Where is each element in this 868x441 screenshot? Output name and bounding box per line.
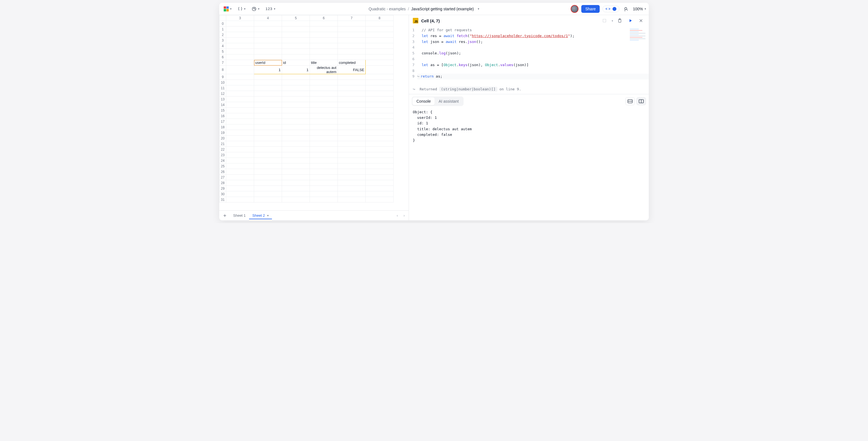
cell[interactable] [226,180,254,186]
cell[interactable] [338,147,366,152]
sheet-tab[interactable]: Sheet 1 [230,212,249,219]
cell[interactable]: completed [338,60,366,66]
cell[interactable] [366,54,394,60]
cell[interactable] [310,119,338,124]
cell[interactable] [310,21,338,27]
cell[interactable] [282,158,310,163]
cell[interactable] [226,74,254,80]
cell[interactable] [254,130,282,135]
row-header[interactable]: 18 [219,124,226,130]
cell[interactable] [366,186,394,191]
cell[interactable] [366,66,394,74]
share-button[interactable]: Share [581,5,599,13]
cell[interactable] [226,96,254,102]
cell[interactable] [226,186,254,191]
cell[interactable] [282,186,310,191]
row-header[interactable]: 5 [219,49,226,54]
cell[interactable] [310,186,338,191]
cell[interactable] [282,38,310,43]
cell[interactable] [366,119,394,124]
cell[interactable] [226,54,254,60]
cell[interactable] [226,147,254,152]
row-header[interactable]: 3 [219,38,226,43]
cell[interactable] [310,135,338,141]
cell[interactable]: title [310,60,338,66]
row-header[interactable]: 31 [219,197,226,202]
cell[interactable] [366,27,394,32]
cell[interactable] [226,113,254,119]
row-header[interactable]: 24 [219,158,226,163]
cell[interactable] [366,175,394,180]
user-avatar[interactable] [571,5,579,13]
cell[interactable] [310,130,338,135]
cell[interactable] [366,169,394,175]
cell[interactable] [226,152,254,158]
code-editor[interactable]: 1 2 3 4 5 6 7 8 9 // API for get request… [409,26,649,85]
cell[interactable] [310,80,338,85]
cell[interactable]: delectus aut autem [310,66,338,74]
cell[interactable] [310,147,338,152]
cell[interactable] [254,158,282,163]
run-button[interactable] [626,17,634,25]
cell[interactable] [254,27,282,32]
row-header[interactable]: 10 [219,80,226,85]
cell[interactable] [338,43,366,49]
cell[interactable] [338,135,366,141]
row-header[interactable]: 28 [219,180,226,186]
cell[interactable] [254,152,282,158]
cell[interactable] [226,163,254,169]
cell[interactable] [310,74,338,80]
cell[interactable] [366,124,394,130]
sheet-prev-button[interactable]: ‹ [394,212,400,219]
cell[interactable] [282,175,310,180]
cell[interactable] [282,85,310,91]
cell[interactable] [254,43,282,49]
row-header[interactable]: 11 [219,85,226,91]
row-header[interactable]: 0 [219,21,226,27]
cell[interactable] [282,80,310,85]
cell[interactable] [226,102,254,108]
cell[interactable] [226,80,254,85]
cell[interactable] [366,43,394,49]
cell[interactable] [282,21,310,27]
add-sheet-button[interactable] [221,212,229,220]
tab-console[interactable]: Console [412,97,435,105]
cell[interactable] [338,175,366,180]
cell[interactable]: userId [254,60,282,66]
cell[interactable] [366,180,394,186]
cell[interactable] [282,147,310,152]
cell[interactable] [310,32,338,38]
cell[interactable] [226,197,254,202]
cell[interactable] [226,66,254,74]
cell[interactable] [226,60,254,66]
column-header[interactable]: 6 [310,15,338,21]
row-header[interactable]: 8 [219,66,226,74]
cell[interactable] [282,135,310,141]
cell[interactable] [338,27,366,32]
cell[interactable] [254,119,282,124]
cell[interactable] [338,119,366,124]
cell[interactable] [338,108,366,113]
cell[interactable] [282,124,310,130]
layout-vertical-button[interactable] [637,97,646,105]
row-header[interactable]: 6 [219,54,226,60]
cell[interactable] [254,54,282,60]
cell[interactable] [254,21,282,27]
cell[interactable] [254,96,282,102]
cell[interactable] [254,197,282,202]
cell[interactable] [338,163,366,169]
select-range-button[interactable] [600,17,608,25]
snippets-button[interactable] [616,17,624,25]
sheet-next-button[interactable]: › [401,212,407,219]
cell[interactable] [338,130,366,135]
tab-ai-assistant[interactable]: AI assistant [435,97,462,105]
cell[interactable] [254,163,282,169]
cell[interactable] [338,32,366,38]
cell[interactable] [254,124,282,130]
cell[interactable] [254,108,282,113]
cell[interactable] [282,169,310,175]
row-header[interactable]: 2 [219,32,226,38]
code-menu-button[interactable]: ▾ [236,5,247,12]
row-header[interactable]: 14 [219,102,226,108]
cell[interactable] [338,96,366,102]
